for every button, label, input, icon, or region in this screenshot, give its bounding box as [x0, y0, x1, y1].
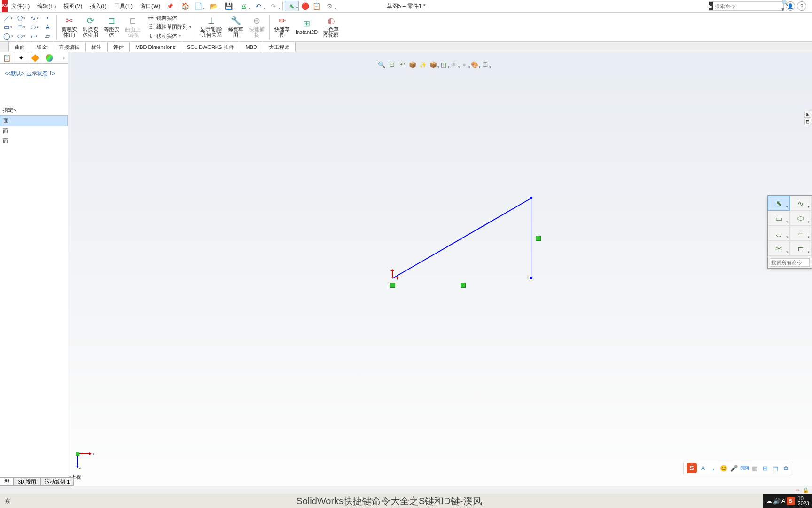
help-icon[interactable]: ? [797, 1, 806, 11]
slot-tool[interactable]: ⬭ [15, 32, 27, 40]
sketch-line-hypotenuse[interactable] [392, 198, 531, 279]
zoom-area-icon[interactable]: ⊡ [387, 60, 397, 69]
skey-fillet[interactable]: ⌐ [790, 226, 812, 241]
text-tool[interactable]: A [41, 23, 54, 32]
ellipse-tool[interactable]: ⬭ [28, 23, 40, 32]
hide-show-icon[interactable]: 👁 [449, 60, 459, 69]
panel-tab-appearance[interactable] [46, 54, 53, 62]
tab-mbd-dim[interactable]: MBD Dimensions [129, 42, 181, 52]
convert-entities[interactable]: ⟳转换实 体引用 [80, 14, 101, 40]
sketch-line-vertical[interactable] [531, 198, 531, 278]
status-lock-icon[interactable]: 🔒 [803, 487, 809, 493]
ime-keyboard-icon[interactable]: ⌨ [740, 464, 749, 472]
menu-tools[interactable]: 工具(T) [110, 0, 136, 12]
status-edit-icon[interactable]: ✏ [796, 487, 800, 493]
user-icon[interactable]: 👤 [786, 1, 795, 11]
rect-tool[interactable]: ▭ [2, 23, 14, 32]
relation-horizontal-icon[interactable] [461, 283, 466, 288]
rapid-sketch[interactable]: ✏快速草 图 [272, 14, 293, 40]
line-tool[interactable]: ／ [2, 14, 14, 23]
tab-directedit[interactable]: 直接编辑 [53, 42, 86, 52]
redo-icon[interactable]: ↷ [266, 1, 281, 11]
polygon-tool[interactable]: ⬠ [15, 14, 27, 23]
skey-select[interactable]: ⬉ [768, 196, 790, 211]
panel-nav-next[interactable]: › [60, 55, 68, 61]
trim-entities[interactable]: ✂剪裁实 体(T) [59, 14, 80, 40]
display-style-icon[interactable]: ◫ [439, 60, 448, 69]
dynamic-annotation-icon[interactable]: ✨ [418, 60, 428, 69]
skey-search-input[interactable] [770, 258, 810, 267]
ime-alpha-icon[interactable]: A [699, 464, 707, 472]
ime-voice-icon[interactable]: 🎤 [730, 464, 738, 472]
expand-panel-icon[interactable]: ⊞ [804, 111, 811, 118]
panel-tab-config[interactable]: 🔶 [28, 52, 42, 64]
sketch-point[interactable] [530, 277, 532, 279]
graphics-area[interactable]: 🔍 ⊡ ↶ 📦 ✨ 📦 ◫ 👁 ● 🎨 🖵 ⊞ ⊟ [68, 52, 812, 508]
zoom-fit-icon[interactable]: 🔍 [377, 60, 386, 69]
ime-pad-icon[interactable]: ⊞ [761, 464, 769, 472]
skey-offset[interactable]: ⊏ [790, 241, 812, 256]
menu-window[interactable]: 窗口(W) [136, 0, 164, 12]
menu-insert[interactable]: 插入(I) [86, 0, 110, 12]
collapse-panel-icon[interactable]: ⊟ [804, 119, 811, 125]
taskbar-search-stub[interactable]: 索 [0, 497, 15, 505]
menu-edit[interactable]: 编辑(E) [33, 0, 60, 12]
ime-settings-icon[interactable]: ✿ [781, 464, 790, 472]
tray-sogou-icon[interactable]: S [787, 497, 795, 505]
fillet-tool[interactable]: ⌐ [28, 32, 40, 40]
new-icon[interactable]: 📄 [191, 1, 205, 11]
tab-surface[interactable]: 曲面 [8, 42, 31, 52]
command-search[interactable]: ▶ 🔍▾ [709, 1, 784, 11]
ime-grid-icon[interactable]: ▦ [750, 464, 759, 472]
skey-spline[interactable]: ∿ [790, 196, 812, 211]
spline-tool[interactable]: ∿ [28, 14, 40, 23]
skey-slot[interactable]: ⬭ [790, 211, 812, 226]
skey-arc[interactable]: ◡ [768, 226, 790, 241]
rebuild-icon[interactable]: 🔴 [300, 1, 310, 11]
move-entities[interactable]: ⤹移动实体▾ [145, 32, 193, 40]
panel-tab-property[interactable]: ✦ [14, 52, 28, 64]
offset-entities[interactable]: ⊐等距实 体 [101, 14, 122, 40]
apply-scene-icon[interactable]: 🎨 [470, 60, 479, 69]
plane-tool[interactable]: ▱ [41, 32, 54, 40]
tree-notspecified[interactable]: 指定> [0, 105, 68, 115]
tab-bigengineer[interactable]: 大工程师 [263, 42, 296, 52]
relation-coincident-icon[interactable] [390, 283, 395, 288]
display-relations[interactable]: ⊥显示/删除 几何关系 [197, 14, 225, 40]
relation-vertical-icon[interactable] [536, 236, 541, 241]
pin-icon[interactable]: 📌 [164, 3, 176, 9]
sketch-line-base[interactable] [392, 278, 531, 278]
instant-2d[interactable]: ⊞Instant2D [293, 14, 320, 40]
linear-pattern[interactable]: ⠿线性草图阵列▾ [145, 23, 193, 32]
sketch-point[interactable] [530, 197, 532, 199]
tray-cloud-icon[interactable]: ☁ [766, 498, 772, 505]
ime-sogou-logo[interactable]: S [687, 463, 697, 473]
select-icon[interactable]: ⬉ [285, 1, 299, 11]
skey-rectangle[interactable]: ▭ [768, 211, 790, 226]
ime-blocks-icon[interactable]: ▤ [771, 464, 780, 472]
save-icon[interactable]: 💾 [221, 1, 235, 11]
command-search-input[interactable] [715, 3, 780, 9]
tab-motion[interactable]: 运动算例 1 [40, 477, 74, 486]
tab-model[interactable]: 型 [0, 477, 14, 486]
point-tool[interactable]: • [41, 14, 54, 23]
ime-emoji-icon[interactable]: 😊 [719, 464, 728, 472]
section-view-icon[interactable]: 📦 [408, 60, 417, 69]
undo-icon[interactable]: ↶ [251, 1, 265, 11]
shaded-sketch[interactable]: ◐上色草 图轮廓 [320, 14, 342, 40]
tab-3dview[interactable]: 3D 视图 [14, 477, 40, 486]
edit-appearance-icon[interactable]: ● [460, 60, 469, 69]
panel-tab-feature[interactable]: 📋 [0, 52, 14, 64]
circle-tool[interactable]: ◯ [2, 32, 14, 40]
tree-plane-3[interactable]: 面 [0, 136, 68, 146]
tab-mbd[interactable]: MBD [240, 42, 263, 52]
menu-view[interactable]: 视图(V) [60, 0, 86, 12]
settings-icon[interactable]: ⚙ [322, 1, 336, 11]
mirror-entities[interactable]: ⏔镜向实体 [145, 14, 193, 23]
print-icon[interactable]: 🖨 [236, 1, 250, 11]
tab-evaluate[interactable]: 评估 [107, 42, 130, 52]
prev-view-icon[interactable]: ↶ [398, 60, 407, 69]
tray-ime-a[interactable]: A [781, 498, 786, 505]
tray-volume-icon[interactable]: 🔊 [773, 498, 781, 505]
ime-punct-icon[interactable]: ， [709, 464, 718, 472]
